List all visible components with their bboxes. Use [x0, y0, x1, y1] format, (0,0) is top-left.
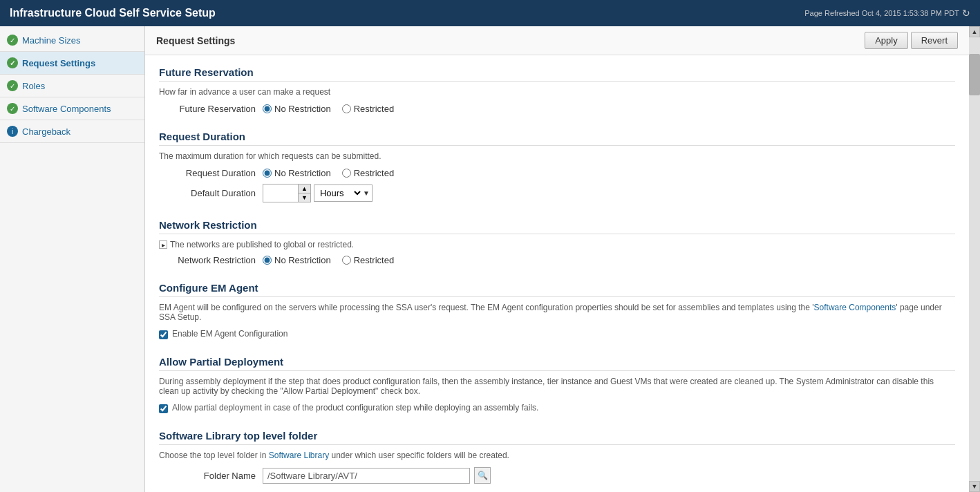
- network-restriction-row: Network Restriction No Restriction Restr…: [159, 255, 955, 265]
- revert-button[interactable]: Revert: [911, 32, 958, 49]
- software-library-title: Software Library top level folder: [159, 430, 955, 445]
- sidebar-label-chargeback: Chargeback: [22, 126, 70, 137]
- duration-unit-select[interactable]: Hours Days Weeks Months: [314, 185, 363, 201]
- em-agent-checkbox-label: Enable EM Agent Configuration: [172, 329, 288, 339]
- select-arrow-icon: ▼: [363, 189, 370, 197]
- partial-deployment-checkbox[interactable]: [159, 404, 168, 413]
- content-header: Request Settings Apply Revert: [145, 26, 969, 55]
- network-no-restriction[interactable]: No Restriction: [263, 255, 331, 265]
- allow-partial-deployment-desc: During assembly deployment if the step t…: [159, 377, 955, 396]
- folder-input-wrapper: /Software Library/AVT/: [263, 468, 470, 484]
- sidebar-item-roles[interactable]: ✓ Roles: [0, 75, 144, 97]
- content-body: Future Reservation How far in advance a …: [145, 55, 969, 492]
- section-future-reservation: Future Reservation How far in advance a …: [159, 66, 955, 114]
- sidebar-item-chargeback[interactable]: i Chargeback: [0, 120, 144, 143]
- duration-spin-input: ▲ ▼: [263, 184, 311, 202]
- folder-search-button[interactable]: 🔍: [474, 467, 491, 484]
- header-buttons: Apply Revert: [865, 32, 958, 49]
- folder-input-group: /Software Library/AVT/ 🔍: [263, 467, 491, 484]
- page-title: Request Settings: [156, 35, 235, 46]
- partial-deployment-checkbox-label: Allow partial deployment in case of the …: [172, 403, 538, 413]
- sidebar-item-software-components[interactable]: ✓ Software Components: [0, 97, 144, 120]
- app-header: Infrastructure Cloud Self Service Setup …: [0, 0, 980, 26]
- folder-name-label: Folder Name: [159, 471, 256, 481]
- em-agent-checkbox[interactable]: [159, 330, 168, 339]
- content-area: Request Settings Apply Revert Future Res…: [145, 26, 969, 492]
- software-library-desc: Choose the top level folder in Software …: [159, 451, 955, 460]
- scroll-up-arrow[interactable]: ▲: [969, 26, 980, 37]
- partial-deployment-checkbox-row: Allow partial deployment in case of the …: [159, 403, 955, 413]
- allow-partial-deployment-title: Allow Partial Deployment: [159, 356, 955, 371]
- network-restricted[interactable]: Restricted: [342, 255, 395, 265]
- future-reservation-restricted[interactable]: Restricted: [342, 104, 395, 114]
- configure-em-agent-title: Configure EM Agent: [159, 282, 955, 297]
- network-restriction-desc: The networks are published to global or …: [170, 240, 354, 249]
- section-allow-partial-deployment: Allow Partial Deployment During assembly…: [159, 356, 955, 413]
- em-agent-checkbox-row: Enable EM Agent Configuration: [159, 329, 955, 339]
- future-reservation-no-restriction[interactable]: No Restriction: [263, 104, 331, 114]
- request-duration-radio-group: No Restriction Restricted: [263, 168, 394, 178]
- scrollbar-track: ▲ ▼: [969, 26, 980, 492]
- software-library-link[interactable]: Software Library: [269, 451, 329, 460]
- future-reservation-desc: How far in advance a user can make a req…: [159, 87, 955, 97]
- sidebar-label-machine-sizes: Machine Sizes: [22, 35, 81, 46]
- request-duration-row: Request Duration No Restriction Restrict…: [159, 168, 955, 178]
- sidebar: ✓ Machine Sizes ✓ Request Settings ✓ Rol…: [0, 26, 145, 492]
- section-network-restriction: Network Restriction ▸ The networks are p…: [159, 219, 955, 265]
- network-restriction-title: Network Restriction: [159, 219, 955, 234]
- sidebar-item-request-settings[interactable]: ✓ Request Settings: [0, 52, 144, 75]
- request-duration-desc: The maximum duration for which requests …: [159, 151, 955, 161]
- sidebar-item-machine-sizes[interactable]: ✓ Machine Sizes: [0, 29, 144, 52]
- future-reservation-row: Future Reservation No Restriction Restri…: [159, 104, 955, 114]
- request-duration-no-restriction[interactable]: No Restriction: [263, 168, 331, 178]
- future-reservation-title: Future Reservation: [159, 66, 955, 82]
- duration-inputs: ▲ ▼ Hours Days Weeks Months ▼: [263, 184, 373, 202]
- refresh-info: Page Refreshed Oct 4, 2015 1:53:38 PM PD…: [804, 8, 970, 19]
- section-configure-em-agent: Configure EM Agent EM Agent will be conf…: [159, 282, 955, 339]
- scrollbar-thumb[interactable]: [969, 54, 980, 95]
- sidebar-label-software-components: Software Components: [22, 104, 111, 114]
- status-icon-roles: ✓: [7, 80, 18, 91]
- future-reservation-label: Future Reservation: [159, 104, 256, 114]
- folder-name-row: Folder Name /Software Library/AVT/ 🔍: [159, 467, 955, 484]
- section-software-library: Software Library top level folder Choose…: [159, 430, 955, 484]
- folder-value: /Software Library/AVT/: [267, 471, 357, 481]
- apply-button[interactable]: Apply: [865, 32, 908, 49]
- sidebar-label-roles: Roles: [22, 81, 45, 91]
- request-duration-title: Request Duration: [159, 131, 955, 146]
- status-icon-machine-sizes: ✓: [7, 35, 18, 46]
- network-restriction-label: Network Restriction: [159, 255, 256, 265]
- network-description-row: ▸ The networks are published to global o…: [159, 240, 955, 249]
- software-components-link[interactable]: Software Components: [814, 303, 896, 312]
- network-restriction-radio-group: No Restriction Restricted: [263, 255, 394, 265]
- status-icon-chargeback: i: [7, 126, 18, 137]
- sidebar-label-request-settings: Request Settings: [22, 58, 95, 68]
- section-request-duration: Request Duration The maximum duration fo…: [159, 131, 955, 202]
- scroll-down-arrow[interactable]: ▼: [969, 481, 980, 492]
- duration-unit-select-wrapper: Hours Days Weeks Months ▼: [314, 184, 373, 202]
- spin-buttons: ▲ ▼: [298, 184, 310, 202]
- configure-em-agent-desc: EM Agent will be configured on the serve…: [159, 303, 955, 322]
- future-reservation-radio-group: No Restriction Restricted: [263, 104, 394, 114]
- status-icon-request-settings: ✓: [7, 57, 18, 68]
- expand-icon[interactable]: ▸: [159, 240, 167, 249]
- spin-up-button[interactable]: ▲: [299, 184, 310, 193]
- request-duration-restricted[interactable]: Restricted: [342, 168, 395, 178]
- app-title: Infrastructure Cloud Self Service Setup: [10, 7, 216, 19]
- search-icon: 🔍: [478, 471, 488, 480]
- duration-number-input[interactable]: [263, 186, 298, 200]
- spin-down-button[interactable]: ▼: [299, 193, 310, 202]
- status-icon-software-components: ✓: [7, 103, 18, 114]
- request-duration-label: Request Duration: [159, 168, 256, 178]
- default-duration-row: Default Duration ▲ ▼ Hours: [159, 184, 955, 202]
- default-duration-label: Default Duration: [159, 188, 256, 198]
- refresh-icon[interactable]: ↻: [962, 8, 970, 19]
